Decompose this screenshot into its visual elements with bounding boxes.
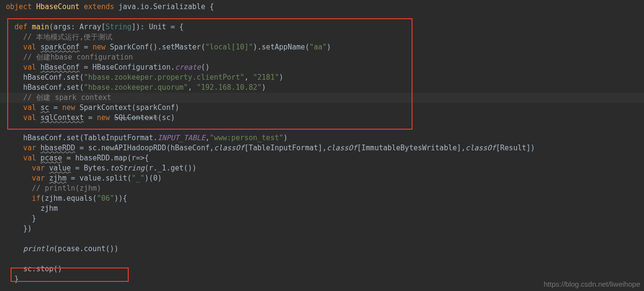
code-line — [6, 123, 644, 133]
code-line: hBaseConf.set(TableInputFormat.INPUT_TAB… — [6, 133, 644, 143]
code-line: hBaseConf.set("hbase.zookeeper.property.… — [6, 73, 644, 83]
code-line: def main(args: Array[String]): Unit = { — [6, 22, 644, 32]
code-line: object HbaseCount extends java.io.Serial… — [6, 2, 644, 12]
code-line: }) — [6, 224, 644, 234]
code-line: var hbaseRDD = sc.newAPIHadoopRDD(hBaseC… — [6, 143, 644, 153]
code-line: var zjhm = value.split("_")(0) — [6, 173, 644, 183]
code-line: // 创建hbase configuration — [6, 52, 644, 62]
code-line: val pcase = hbaseRDD.map(r=>{ — [6, 153, 644, 163]
code-line: val sqlContext = new SQLContext(sc) — [6, 113, 644, 123]
code-line: // 创建 spark context — [6, 93, 644, 103]
code-line: zjhm — [6, 204, 644, 214]
code-line: // println(zjhm) — [6, 183, 644, 194]
code-line — [6, 12, 644, 22]
code-line: sc.stop() — [6, 264, 644, 274]
code-line: // 本地模式运行,便于测试 — [6, 32, 644, 42]
code-line: println(pcase.count()) — [6, 244, 644, 254]
code-line: if(zjhm.equals("06")){ — [6, 194, 644, 204]
code-line: val sc = new SparkContext(sparkConf) — [6, 103, 644, 113]
code-line: var value = Bytes.toString(r._1.get()) — [6, 163, 644, 173]
code-line — [6, 254, 644, 264]
code-line: val hBaseConf = HBaseConfiguration.creat… — [6, 62, 644, 73]
code-editor[interactable]: object HbaseCount extends java.io.Serial… — [0, 0, 644, 284]
code-line: } — [6, 214, 644, 224]
watermark-text: https://blog.csdn.net/liweihope — [544, 279, 640, 289]
code-line: val sparkConf = new SparkConf().setMaste… — [6, 42, 644, 52]
code-line — [6, 234, 644, 244]
code-line: hBaseConf.set("hbase.zookeeper.quorum", … — [6, 83, 644, 93]
